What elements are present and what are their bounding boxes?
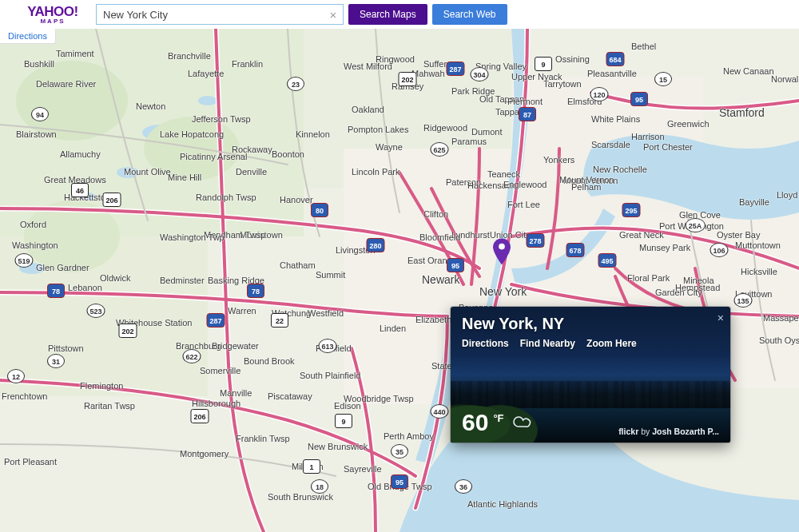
highway-shield: 23 [287, 77, 304, 91]
highway-shield: 295 [622, 203, 640, 217]
svg-point-9 [198, 96, 217, 105]
highway-shield: 46 [71, 183, 89, 197]
highway-shield: 678 [566, 243, 584, 257]
highway-shield: 12 [7, 369, 25, 383]
highway-shield: 613 [318, 339, 336, 353]
highway-shield: 22 [271, 313, 288, 328]
highway-shield: 625 [430, 142, 448, 157]
highway-shield: 278 [526, 233, 544, 248]
temperature-value: 60 [462, 409, 488, 436]
svg-point-8 [117, 167, 139, 178]
highway-shield: 304 [470, 67, 488, 81]
card-action-zoom-here[interactable]: Zoom Here [586, 338, 637, 349]
highway-shield: 1 [303, 459, 320, 474]
search-maps-button[interactable]: Search Maps [348, 4, 427, 25]
card-action-directions[interactable]: Directions [462, 338, 509, 349]
highway-shield: 9 [335, 414, 352, 428]
highway-shield: 120 [590, 87, 608, 101]
highway-shield: 202 [398, 72, 416, 86]
highway-shield: 440 [430, 404, 448, 419]
temperature-unit: °F [493, 412, 503, 424]
search-wrap: × Search Maps Search Web [96, 4, 507, 25]
highway-shield: 287 [446, 62, 464, 76]
highway-shield: 523 [86, 304, 105, 318]
map-canvas[interactable]: New YorkNewarkPatersonElizabethStamfordY… [0, 29, 799, 532]
highway-shield: 80 [311, 203, 328, 217]
highway-shield: 280 [366, 238, 384, 252]
highway-shield: 87 [519, 107, 536, 121]
directions-tab[interactable]: Directions [0, 29, 56, 44]
logo[interactable]: YAHOO! MAPS [18, 5, 88, 25]
highway-shield: 9 [535, 57, 552, 71]
highway-shield: 106 [710, 243, 728, 257]
card-action-find-nearby[interactable]: Find Nearby [520, 338, 575, 349]
highway-shield: 25A [686, 218, 706, 232]
highway-shield: 519 [14, 253, 33, 268]
clear-icon[interactable]: × [326, 7, 340, 22]
logo-main: YAHOO! [18, 5, 88, 18]
highway-shield: 35 [391, 444, 408, 459]
highway-shield: 202 [118, 324, 137, 338]
highway-shield: 287 [206, 313, 225, 328]
highway-shield: 135 [733, 293, 752, 308]
highway-shield: 206 [102, 193, 121, 207]
search-box: × [96, 4, 344, 25]
highway-shield: 495 [598, 253, 616, 268]
search-web-button[interactable]: Search Web [432, 4, 507, 25]
partly-cloudy-night-icon [512, 414, 535, 430]
close-icon[interactable]: × [718, 312, 724, 324]
photo-credit: flickr by Josh Bozarth P... [618, 427, 719, 436]
highway-shield: 78 [47, 284, 65, 298]
search-input[interactable] [96, 4, 344, 25]
highway-shield: 622 [182, 349, 201, 363]
highway-shield: 95 [391, 474, 408, 489]
highway-shield: 94 [31, 107, 49, 121]
svg-point-13 [144, 117, 240, 181]
highway-shield: 206 [190, 409, 209, 423]
card-title: New York, NY [462, 315, 719, 333]
highway-shield: 31 [47, 354, 65, 368]
highway-shield: 18 [311, 479, 328, 494]
highway-shield: 36 [455, 479, 472, 494]
highway-shield: 15 [654, 72, 672, 86]
weather: 60°F [462, 409, 535, 436]
highway-shield: 95 [447, 258, 464, 272]
highway-shield: 78 [247, 284, 264, 298]
highway-shield: 684 [606, 52, 624, 66]
place-card: ×New York, NYDirectionsFind NearbyZoom H… [451, 307, 730, 443]
svg-point-12 [16, 61, 128, 141]
header: YAHOO! MAPS × Search Maps Search Web [0, 0, 799, 29]
highway-shield: 95 [630, 92, 648, 106]
